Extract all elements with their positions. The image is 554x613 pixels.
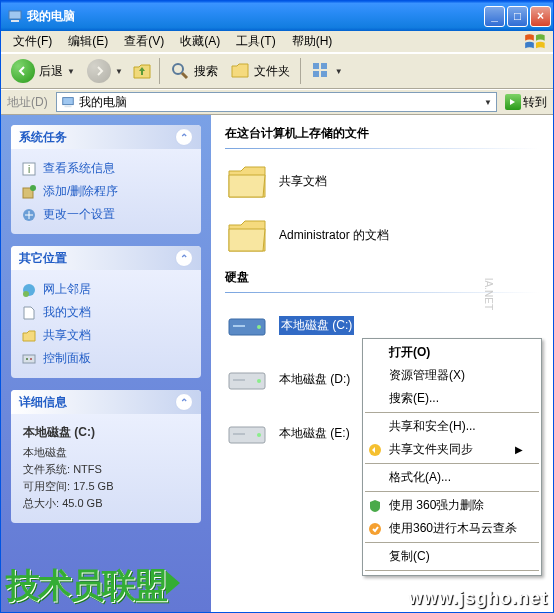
- link-network-places[interactable]: 网上邻居: [21, 278, 191, 301]
- svg-text:i: i: [28, 164, 30, 175]
- disk-icon: [225, 413, 269, 453]
- window-title: 我的电脑: [27, 8, 484, 25]
- dropdown-arrow-icon: ▼: [67, 67, 75, 76]
- watermark-url: www.jsgho.net: [409, 588, 548, 609]
- sync-icon: [367, 442, 383, 458]
- maximize-button[interactable]: □: [507, 6, 528, 27]
- task-view-system-info[interactable]: i 查看系统信息: [21, 157, 191, 180]
- separator: [365, 463, 539, 464]
- task-label: 更改一个设置: [43, 206, 115, 223]
- panel-header[interactable]: 系统任务 ⌃: [11, 125, 201, 149]
- ctx-search[interactable]: 搜索(E)...: [363, 387, 541, 410]
- context-menu: 打开(O) 资源管理器(X) 搜索(E)... 共享和安全(H)... 共享文件…: [362, 338, 542, 576]
- divider: [225, 148, 539, 149]
- go-button[interactable]: 转到: [501, 94, 551, 111]
- ctx-open[interactable]: 打开(O): [363, 341, 541, 364]
- ctx-360-scan[interactable]: 使用360进行木马云查杀: [363, 517, 541, 540]
- svg-point-28: [257, 433, 261, 437]
- link-shared-documents[interactable]: 共享文档: [21, 324, 191, 347]
- link-my-documents[interactable]: 我的文档: [21, 301, 191, 324]
- dropdown-arrow-icon: ▼: [115, 67, 123, 76]
- link-control-panel[interactable]: 控制面板: [21, 347, 191, 370]
- dropdown-arrow-icon[interactable]: ▼: [484, 98, 492, 107]
- menu-view[interactable]: 查看(V): [116, 31, 172, 52]
- details-filesystem: 文件系统: NTFS: [23, 462, 189, 477]
- collapse-icon[interactable]: ⌃: [175, 249, 193, 267]
- item-label: 本地磁盘 (C:): [279, 316, 354, 335]
- folder-icon: [225, 161, 269, 201]
- folders-button[interactable]: 文件夹: [226, 59, 294, 83]
- link-label: 控制面板: [43, 350, 91, 367]
- other-places-panel: 其它位置 ⌃ 网上邻居 我的文档 共享文档: [11, 246, 201, 378]
- documents-icon: [21, 305, 37, 321]
- forward-button[interactable]: ▼: [83, 57, 127, 85]
- collapse-icon[interactable]: ⌃: [175, 128, 193, 146]
- info-icon: i: [21, 161, 37, 177]
- task-label: 查看系统信息: [43, 160, 115, 177]
- collapse-icon[interactable]: ⌃: [175, 393, 193, 411]
- svg-point-25: [257, 379, 261, 383]
- views-button[interactable]: ▼: [307, 59, 347, 83]
- ctx-label: 共享文件夹同步: [389, 441, 473, 458]
- svg-rect-7: [321, 71, 327, 77]
- separator: [365, 412, 539, 413]
- my-computer-icon: [61, 95, 75, 109]
- menu-favorites[interactable]: 收藏(A): [172, 31, 228, 52]
- svg-rect-8: [62, 98, 73, 105]
- ctx-format[interactable]: 格式化(A)...: [363, 466, 541, 489]
- menu-edit[interactable]: 编辑(E): [60, 31, 116, 52]
- menu-tools[interactable]: 工具(T): [228, 31, 283, 52]
- forward-icon: [87, 59, 111, 83]
- views-icon: [311, 61, 331, 81]
- menu-file[interactable]: 文件(F): [5, 31, 60, 52]
- svg-point-30: [369, 523, 381, 535]
- svg-rect-21: [233, 325, 245, 327]
- details-free-space: 可用空间: 17.5 GB: [23, 479, 189, 494]
- shared-icon: [21, 328, 37, 344]
- search-button[interactable]: 搜索: [166, 59, 222, 83]
- back-button[interactable]: 后退 ▼: [7, 57, 79, 85]
- svg-point-19: [30, 358, 32, 360]
- svg-rect-17: [23, 355, 35, 363]
- folder-icon: [225, 215, 269, 255]
- panel-title: 详细信息: [19, 394, 67, 411]
- menu-help[interactable]: 帮助(H): [284, 31, 341, 52]
- add-remove-icon: [21, 184, 37, 200]
- svg-rect-24: [233, 379, 245, 381]
- addressbar: 地址(D) 我的电脑 ▼ 转到: [1, 89, 553, 115]
- separator: [365, 491, 539, 492]
- item-admin-documents[interactable]: Administrator 的文档: [225, 215, 539, 255]
- folders-icon: [230, 61, 250, 81]
- separator: [159, 58, 160, 84]
- address-input[interactable]: 我的电脑 ▼: [56, 92, 497, 112]
- network-icon: [21, 282, 37, 298]
- item-label: 本地磁盘 (E:): [279, 425, 350, 442]
- minimize-button[interactable]: _: [484, 6, 505, 27]
- details-drive-name: 本地磁盘 (C:): [23, 424, 189, 441]
- panel-header[interactable]: 详细信息 ⌃: [11, 390, 201, 414]
- separator: [365, 542, 539, 543]
- svg-point-2: [173, 64, 183, 74]
- ctx-explorer[interactable]: 资源管理器(X): [363, 364, 541, 387]
- address-label: 地址(D): [3, 94, 52, 111]
- task-add-remove-programs[interactable]: 添加/删除程序: [21, 180, 191, 203]
- system-tasks-panel: 系统任务 ⌃ i 查看系统信息 添加/删除程序 更改一个设置: [11, 125, 201, 234]
- svg-rect-1: [11, 20, 19, 22]
- address-value: 我的电脑: [79, 94, 127, 111]
- task-label: 添加/删除程序: [43, 183, 118, 200]
- scan-icon: [367, 521, 383, 537]
- panel-header[interactable]: 其它位置 ⌃: [11, 246, 201, 270]
- ctx-360-delete[interactable]: 使用 360强力删除: [363, 494, 541, 517]
- svg-point-16: [23, 291, 29, 297]
- close-button[interactable]: ×: [530, 6, 551, 27]
- ctx-copy[interactable]: 复制(C): [363, 545, 541, 568]
- item-shared-documents[interactable]: 共享文档: [225, 161, 539, 201]
- svg-rect-9: [64, 106, 71, 108]
- svg-line-3: [182, 73, 187, 78]
- task-change-setting[interactable]: 更改一个设置: [21, 203, 191, 226]
- ctx-sync[interactable]: 共享文件夹同步 ▶: [363, 438, 541, 461]
- back-label: 后退: [39, 63, 63, 80]
- go-icon: [505, 94, 521, 110]
- up-folder-button[interactable]: [131, 60, 153, 82]
- ctx-sharing[interactable]: 共享和安全(H)...: [363, 415, 541, 438]
